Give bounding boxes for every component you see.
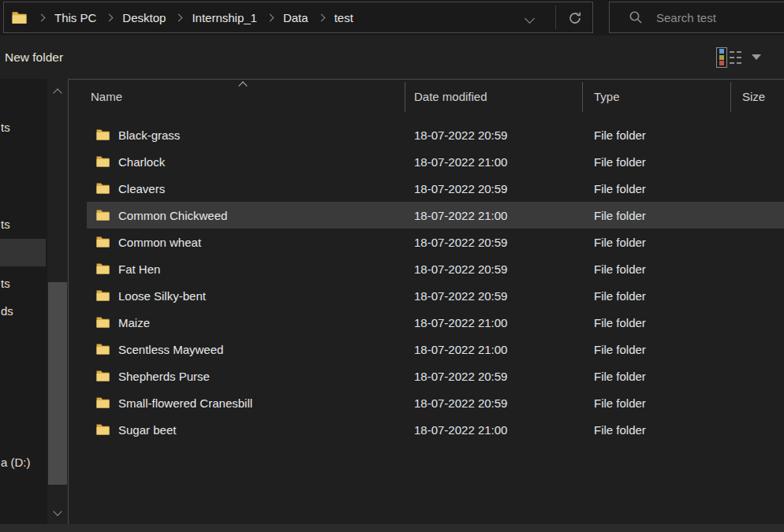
- folder-icon: [96, 183, 110, 195]
- sidebar-item[interactable]: ts: [0, 274, 47, 292]
- scroll-up-icon[interactable]: [53, 88, 62, 97]
- file-name: Cleavers: [118, 182, 165, 195]
- folder-icon: [96, 370, 110, 382]
- sidebar-item-label: ts: [1, 121, 10, 134]
- command-bar: New folder: [0, 35, 784, 79]
- file-date-modified: 18-07-2022 20:59: [414, 370, 507, 383]
- file-type: File folder: [594, 128, 646, 142]
- file-row[interactable]: Sugar beet18-07-2022 21:00File folder: [69, 416, 784, 443]
- vertical-scrollbar[interactable]: [47, 79, 68, 524]
- column-divider[interactable]: [405, 82, 405, 112]
- folder-icon: [96, 397, 110, 409]
- folder-icon: [96, 424, 110, 436]
- column-header-type[interactable]: Type: [594, 90, 620, 103]
- breadcrumb-item[interactable]: Data: [283, 11, 308, 24]
- file-name: Common wheat: [118, 236, 201, 249]
- address-bar[interactable]: This PCDesktopInternship_1Datatest: [3, 2, 593, 33]
- file-row[interactable]: Shepherds Purse18-07-2022 20:59File fold…: [69, 363, 784, 389]
- file-type: File folder: [594, 209, 646, 222]
- breadcrumb-item[interactable]: test: [334, 11, 353, 24]
- details-view-icon[interactable]: [716, 47, 741, 68]
- file-date-modified: 18-07-2022 20:59: [414, 289, 507, 303]
- file-type: File folder: [594, 316, 646, 329]
- file-name: Maize: [118, 316, 150, 329]
- column-divider[interactable]: [730, 82, 731, 112]
- column-header-date-modified[interactable]: Date modified: [414, 90, 487, 103]
- folder-icon: [96, 210, 110, 221]
- file-name: Shepherds Purse: [118, 370, 210, 383]
- chevron-right-icon: [175, 13, 183, 21]
- file-date-modified: 18-07-2022 21:00: [414, 155, 507, 169]
- file-row[interactable]: Maize18-07-2022 21:00File folder: [69, 309, 784, 336]
- new-folder-label: New folder: [5, 50, 63, 65]
- file-name: Common Chickweed: [118, 209, 227, 222]
- file-row[interactable]: Charlock18-07-2022 21:00File folder: [69, 148, 784, 175]
- column-headers: Name Date modified Type Size: [69, 80, 784, 117]
- sidebar-item[interactable]: a (D:): [0, 453, 47, 471]
- breadcrumb: This PCDesktopInternship_1Datatest: [28, 11, 353, 24]
- scrollbar-thumb[interactable]: [48, 282, 67, 485]
- file-list: Black-grass18-07-2022 20:59File folderCh…: [69, 121, 784, 443]
- file-type: File folder: [594, 343, 646, 356]
- file-row[interactable]: Cleavers18-07-2022 20:59File folder: [69, 175, 784, 202]
- file-date-modified: 18-07-2022 20:59: [414, 262, 507, 276]
- file-type: File folder: [594, 370, 646, 383]
- file-row[interactable]: Small-flowered Cranesbill18-07-2022 20:5…: [69, 389, 784, 416]
- breadcrumb-item[interactable]: Desktop: [122, 11, 166, 24]
- file-date-modified: 18-07-2022 21:00: [414, 423, 507, 437]
- file-type: File folder: [594, 262, 646, 276]
- file-row[interactable]: Black-grass18-07-2022 20:59File folder: [69, 121, 784, 148]
- file-date-modified: 18-07-2022 21:00: [414, 209, 507, 222]
- new-folder-button[interactable]: New folder: [5, 35, 63, 79]
- column-header-size[interactable]: Size: [742, 90, 765, 103]
- file-date-modified: 18-07-2022 21:00: [414, 316, 507, 329]
- sidebar-item[interactable]: ts: [0, 118, 47, 136]
- sidebar: tststsdsa (D:): [0, 79, 47, 524]
- file-row[interactable]: Common wheat18-07-2022 20:59File folder: [69, 229, 784, 255]
- status-bar: [0, 524, 784, 532]
- file-type: File folder: [594, 289, 646, 303]
- file-name: Black-grass: [118, 128, 180, 142]
- address-toolbar: This PCDesktopInternship_1Datatest: [0, 0, 784, 35]
- view-controls: [716, 35, 761, 79]
- refresh-icon[interactable]: [567, 10, 583, 28]
- sidebar-item[interactable]: ts: [0, 215, 47, 233]
- file-type: File folder: [594, 155, 646, 169]
- sidebar-item-label: ts: [1, 277, 10, 290]
- sidebar-item[interactable]: ds: [0, 302, 47, 319]
- file-explorer-window: This PCDesktopInternship_1Datatest New f…: [0, 0, 784, 532]
- view-dropdown-caret-icon[interactable]: [752, 54, 761, 60]
- chevron-right-icon: [266, 13, 274, 21]
- file-name: Fat Hen: [118, 262, 160, 276]
- file-type: File folder: [594, 396, 646, 410]
- sidebar-item-label: a (D:): [1, 456, 31, 469]
- chevron-right-icon: [317, 13, 325, 21]
- chevron-right-icon: [38, 13, 46, 21]
- file-type: File folder: [594, 236, 646, 249]
- folder-icon: [96, 290, 110, 302]
- scroll-down-icon[interactable]: [53, 507, 62, 515]
- column-divider[interactable]: [582, 82, 583, 112]
- file-type: File folder: [594, 423, 646, 437]
- file-type: File folder: [594, 182, 646, 195]
- file-name: Scentless Mayweed: [118, 343, 223, 356]
- file-name: Sugar beet: [118, 423, 176, 437]
- chevron-right-icon: [106, 13, 114, 21]
- breadcrumb-item[interactable]: This PC: [54, 11, 96, 24]
- search-input[interactable]: [656, 11, 775, 24]
- file-row[interactable]: Fat Hen18-07-2022 20:59File folder: [69, 255, 784, 282]
- file-date-modified: 18-07-2022 20:59: [414, 128, 507, 142]
- file-row[interactable]: Loose Silky-bent18-07-2022 20:59File fol…: [69, 282, 784, 309]
- file-date-modified: 18-07-2022 20:59: [414, 396, 507, 410]
- column-header-name[interactable]: Name: [91, 90, 122, 103]
- chevron-down-icon[interactable]: [525, 13, 535, 24]
- file-row[interactable]: Common Chickweed18-07-2022 21:00File fol…: [69, 202, 784, 229]
- search-box[interactable]: [609, 2, 784, 33]
- breadcrumb-item[interactable]: Internship_1: [192, 11, 257, 24]
- folder-icon: [96, 344, 110, 355]
- sort-ascending-icon: [238, 81, 247, 90]
- file-row[interactable]: Scentless Mayweed18-07-2022 21:00File fo…: [69, 336, 784, 363]
- folder-icon: [96, 263, 110, 275]
- file-date-modified: 18-07-2022 20:59: [414, 182, 507, 195]
- sidebar-item[interactable]: [0, 239, 46, 266]
